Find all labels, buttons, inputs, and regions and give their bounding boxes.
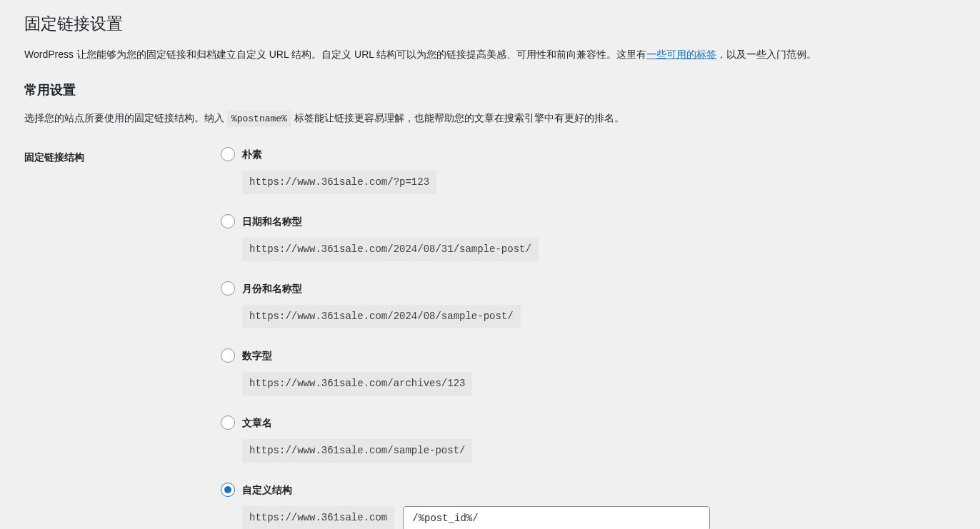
radio-plain[interactable] (221, 147, 235, 161)
example-post-name: https://www.361sale.com/sample-post/ (242, 439, 472, 463)
custom-base-url: https://www.361sale.com (242, 506, 394, 529)
intro-text-before: WordPress 让您能够为您的固定链接和归档建立自定义 URL 结构。自定义… (24, 49, 646, 60)
available-tags-link[interactable]: 一些可用的标签 (646, 49, 716, 60)
label-post-name[interactable]: 文章名 (242, 415, 272, 430)
desc-after: 标签能让链接更容易理解，也能帮助您的文章在搜索引擎中有更好的排名。 (291, 112, 624, 124)
common-settings-desc: 选择您的站点所要使用的固定链接结构。纳入 %postname% 标签能让链接更容… (24, 110, 966, 127)
radio-custom[interactable] (221, 483, 235, 497)
custom-structure-input[interactable] (403, 506, 710, 529)
radio-day-name[interactable] (221, 214, 235, 228)
example-month-name: https://www.361sale.com/2024/08/sample-p… (242, 305, 521, 328)
option-plain: 朴素 https://www.361sale.com/?p=123 (221, 147, 966, 194)
intro-paragraph: WordPress 让您能够为您的固定链接和归档建立自定义 URL 结构。自定义… (24, 46, 966, 64)
desc-before: 选择您的站点所要使用的固定链接结构。纳入 (24, 112, 227, 124)
example-numeric: https://www.361sale.com/archives/123 (242, 372, 472, 396)
radio-month-name[interactable] (221, 281, 235, 296)
postname-tag: %postname% (227, 111, 291, 127)
label-plain[interactable]: 朴素 (242, 147, 262, 162)
permalink-radio-group: 朴素 https://www.361sale.com/?p=123 日期和名称型… (221, 147, 966, 529)
common-settings-heading: 常用设置 (24, 81, 966, 100)
label-day-name[interactable]: 日期和名称型 (242, 214, 302, 229)
label-custom[interactable]: 自定义结构 (242, 483, 292, 498)
structure-label: 固定链接结构 (24, 147, 221, 165)
option-month-name: 月份和名称型 https://www.361sale.com/2024/08/s… (221, 281, 966, 328)
label-numeric[interactable]: 数字型 (242, 348, 272, 363)
radio-numeric[interactable] (221, 348, 235, 363)
option-day-name: 日期和名称型 https://www.361sale.com/2024/08/3… (221, 214, 966, 261)
example-plain: https://www.361sale.com/?p=123 (242, 171, 436, 194)
option-post-name: 文章名 https://www.361sale.com/sample-post/ (221, 415, 966, 463)
intro-text-after: ，以及一些入门范例。 (716, 49, 816, 60)
page-title: 固定链接设置 (24, 7, 966, 38)
option-numeric: 数字型 https://www.361sale.com/archives/123 (221, 348, 966, 396)
label-month-name[interactable]: 月份和名称型 (242, 281, 302, 296)
permalink-structure-section: 固定链接结构 朴素 https://www.361sale.com/?p=123… (24, 147, 966, 529)
option-custom: 自定义结构 https://www.361sale.com (221, 483, 966, 529)
radio-post-name[interactable] (221, 415, 235, 430)
example-day-name: https://www.361sale.com/2024/08/31/sampl… (242, 238, 539, 261)
